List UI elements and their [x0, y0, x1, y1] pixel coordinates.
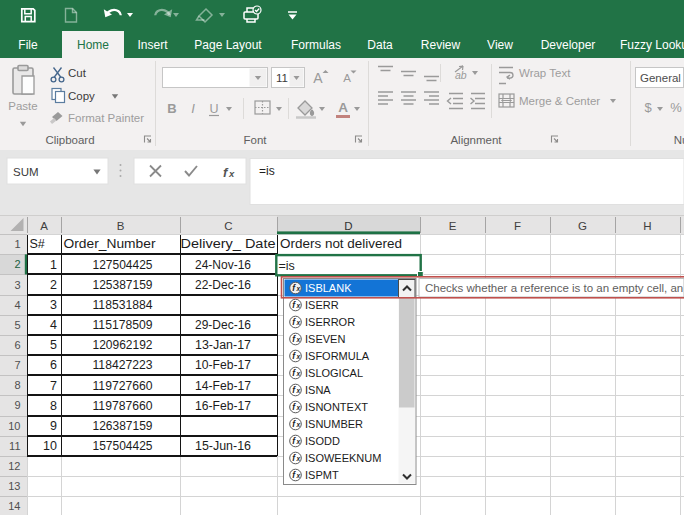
svg-text:x: x — [295, 421, 300, 428]
svg-text:A: A — [343, 72, 351, 84]
svg-text:%: % — [670, 100, 682, 115]
svg-text:ISNUMBER: ISNUMBER — [305, 418, 363, 430]
svg-text:126387159: 126387159 — [93, 419, 153, 433]
svg-text:10-Feb-17: 10-Feb-17 — [195, 358, 251, 372]
svg-text:118427223: 118427223 — [93, 358, 153, 372]
svg-text:Alignment: Alignment — [450, 134, 502, 146]
svg-text:119727660: 119727660 — [93, 379, 153, 393]
svg-text:General: General — [640, 72, 681, 84]
svg-text:Copy: Copy — [68, 90, 95, 102]
svg-text:SUM: SUM — [13, 166, 39, 178]
svg-text:Delivery_ Date: Delivery_ Date — [181, 237, 276, 251]
svg-text:Checks whether a reference is: Checks whether a reference is to an empt… — [425, 282, 683, 294]
svg-text:22-Dec-16: 22-Dec-16 — [195, 278, 251, 292]
svg-text:=is: =is — [259, 164, 275, 178]
svg-text:2: 2 — [14, 258, 20, 270]
svg-text:x: x — [295, 302, 300, 309]
svg-text:9: 9 — [50, 419, 57, 433]
svg-text:S#: S# — [30, 237, 45, 251]
svg-text:16-Feb-17: 16-Feb-17 — [195, 399, 251, 413]
svg-text:x: x — [228, 168, 235, 179]
svg-text:4: 4 — [50, 318, 57, 332]
svg-text:A: A — [40, 220, 48, 232]
svg-text:5: 5 — [14, 319, 20, 331]
svg-text:Wrap Text: Wrap Text — [519, 67, 571, 79]
svg-text:7: 7 — [50, 379, 57, 393]
svg-text:x: x — [295, 353, 300, 360]
svg-text:Insert: Insert — [137, 38, 168, 52]
svg-text:11: 11 — [9, 440, 20, 452]
svg-text:127504425: 127504425 — [93, 258, 153, 272]
svg-text:ISNONTEXT: ISNONTEXT — [305, 401, 368, 413]
svg-text:A: A — [313, 70, 323, 86]
svg-text:A: A — [338, 100, 348, 115]
svg-text:24-Nov-16: 24-Nov-16 — [195, 258, 251, 272]
svg-text:13: 13 — [8, 480, 20, 492]
svg-text:ISNA: ISNA — [305, 384, 331, 396]
svg-text:Data: Data — [367, 38, 393, 52]
svg-text:x: x — [295, 285, 300, 292]
svg-text:29-Dec-16: 29-Dec-16 — [195, 318, 251, 332]
svg-text:4: 4 — [14, 299, 20, 311]
svg-text:Home: Home — [77, 38, 109, 52]
svg-text:View: View — [487, 38, 513, 52]
svg-text:x: x — [295, 455, 300, 462]
svg-text:14: 14 — [8, 500, 20, 512]
svg-text:10: 10 — [8, 420, 20, 432]
svg-text:Clipboard: Clipboard — [45, 134, 94, 146]
svg-text:Font: Font — [243, 134, 267, 146]
svg-text:C: C — [224, 220, 232, 232]
svg-text:10: 10 — [43, 439, 57, 453]
svg-text:Developer: Developer — [541, 38, 596, 52]
svg-text:x: x — [295, 370, 300, 377]
svg-text:11: 11 — [276, 72, 288, 84]
svg-text:3: 3 — [14, 279, 20, 291]
svg-text:1: 1 — [14, 238, 20, 250]
svg-text:ISPMT: ISPMT — [305, 469, 339, 481]
svg-text:x: x — [295, 472, 300, 479]
svg-text:F: F — [514, 220, 521, 232]
svg-text:Format Painter: Format Painter — [68, 112, 144, 124]
svg-text:3: 3 — [50, 298, 57, 312]
svg-text:H: H — [643, 220, 651, 232]
svg-text:157504425: 157504425 — [93, 439, 153, 453]
svg-text:ISEVEN: ISEVEN — [305, 333, 345, 345]
svg-text:Orders not delivered: Orders not delivered — [280, 237, 402, 251]
svg-text:E: E — [449, 220, 457, 232]
svg-text:115178509: 115178509 — [93, 318, 153, 332]
svg-text:Nu: Nu — [674, 134, 684, 146]
svg-text:5: 5 — [50, 338, 57, 352]
svg-text:15-Jun-16: 15-Jun-16 — [195, 439, 251, 453]
svg-text:G: G — [578, 220, 587, 232]
svg-text:13-Jan-17: 13-Jan-17 — [195, 338, 251, 352]
svg-text:x: x — [295, 404, 300, 411]
svg-text:8: 8 — [14, 379, 20, 391]
svg-text:x: x — [295, 336, 300, 343]
svg-text:x: x — [295, 438, 300, 445]
svg-text:6: 6 — [50, 358, 57, 372]
svg-text:1: 1 — [50, 258, 57, 272]
svg-text:=is: =is — [279, 259, 295, 273]
svg-text:Order_Number: Order_Number — [64, 237, 156, 251]
svg-text:x: x — [295, 319, 300, 326]
svg-text:Paste: Paste — [8, 100, 37, 112]
svg-text:Review: Review — [421, 38, 461, 52]
svg-text:ISODD: ISODD — [305, 435, 340, 447]
svg-text:B: B — [117, 220, 125, 232]
svg-text:ISERR: ISERR — [305, 299, 339, 311]
svg-text:ISLOGICAL: ISLOGICAL — [305, 367, 363, 379]
svg-text:ISOWEEKNUM: ISOWEEKNUM — [305, 452, 381, 464]
svg-text:Page Layout: Page Layout — [194, 38, 262, 52]
svg-text:14-Feb-17: 14-Feb-17 — [195, 379, 251, 393]
svg-text:Formulas: Formulas — [291, 38, 341, 52]
svg-text:125387159: 125387159 — [93, 278, 153, 292]
svg-text:U: U — [209, 102, 218, 116]
svg-text:B: B — [167, 101, 176, 116]
svg-text:120962192: 120962192 — [93, 338, 153, 352]
svg-text:I: I — [191, 101, 195, 116]
svg-text:x: x — [295, 387, 300, 394]
svg-text:2: 2 — [50, 278, 57, 292]
svg-text:$: $ — [644, 100, 652, 115]
svg-text:6: 6 — [14, 339, 20, 351]
svg-text:118531884: 118531884 — [93, 298, 153, 312]
